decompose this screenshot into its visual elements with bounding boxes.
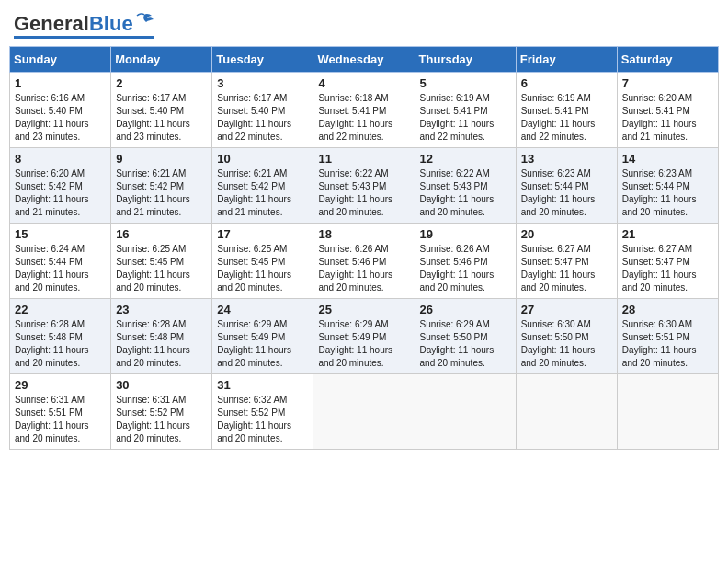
logo-bird-icon bbox=[135, 13, 154, 29]
calendar-week-5: 29 Sunrise: 6:31 AMSunset: 5:51 PMDaylig… bbox=[10, 374, 719, 450]
calendar-table: SundayMondayTuesdayWednesdayThursdayFrid… bbox=[9, 46, 719, 450]
logo: GeneralBlue bbox=[14, 14, 154, 39]
day-number: 5 bbox=[420, 76, 511, 90]
day-info: Sunrise: 6:29 AMSunset: 5:49 PMDaylight:… bbox=[217, 319, 291, 368]
calendar-cell: 26 Sunrise: 6:29 AMSunset: 5:50 PMDaylig… bbox=[415, 299, 516, 374]
calendar-cell: 7 Sunrise: 6:20 AMSunset: 5:41 PMDayligh… bbox=[617, 73, 718, 148]
day-info: Sunrise: 6:17 AMSunset: 5:40 PMDaylight:… bbox=[116, 93, 190, 142]
calendar-cell: 3 Sunrise: 6:17 AMSunset: 5:40 PMDayligh… bbox=[212, 73, 313, 148]
calendar-cell: 11 Sunrise: 6:22 AMSunset: 5:43 PMDaylig… bbox=[313, 148, 415, 224]
day-info: Sunrise: 6:27 AMSunset: 5:47 PMDaylight:… bbox=[521, 244, 596, 293]
day-info: Sunrise: 6:23 AMSunset: 5:44 PMDaylight:… bbox=[521, 168, 596, 217]
day-number: 1 bbox=[15, 76, 106, 90]
calendar-cell: 4 Sunrise: 6:18 AMSunset: 5:41 PMDayligh… bbox=[313, 73, 415, 148]
day-info: Sunrise: 6:28 AMSunset: 5:48 PMDaylight:… bbox=[15, 319, 89, 368]
day-number: 7 bbox=[622, 76, 713, 90]
day-info: Sunrise: 6:20 AMSunset: 5:42 PMDaylight:… bbox=[15, 168, 89, 217]
day-info: Sunrise: 6:31 AMSunset: 5:52 PMDaylight:… bbox=[116, 395, 190, 443]
calendar-cell: 18 Sunrise: 6:26 AMSunset: 5:46 PMDaylig… bbox=[313, 224, 415, 299]
logo-text: GeneralBlue bbox=[14, 14, 133, 34]
calendar-cell: 25 Sunrise: 6:29 AMSunset: 5:49 PMDaylig… bbox=[313, 299, 415, 374]
calendar-cell bbox=[313, 374, 415, 450]
day-info: Sunrise: 6:21 AMSunset: 5:42 PMDaylight:… bbox=[116, 168, 190, 217]
day-info: Sunrise: 6:21 AMSunset: 5:42 PMDaylight:… bbox=[217, 168, 291, 217]
day-number: 25 bbox=[318, 303, 409, 316]
logo-general: General bbox=[14, 12, 89, 35]
day-info: Sunrise: 6:26 AMSunset: 5:46 PMDaylight:… bbox=[318, 244, 392, 293]
day-number: 2 bbox=[116, 76, 207, 90]
day-info: Sunrise: 6:19 AMSunset: 5:41 PMDaylight:… bbox=[420, 93, 495, 142]
day-info: Sunrise: 6:32 AMSunset: 5:52 PMDaylight:… bbox=[217, 395, 291, 443]
calendar-cell: 22 Sunrise: 6:28 AMSunset: 5:48 PMDaylig… bbox=[10, 299, 111, 374]
day-number: 12 bbox=[420, 152, 511, 166]
calendar-cell: 27 Sunrise: 6:30 AMSunset: 5:50 PMDaylig… bbox=[516, 299, 617, 374]
calendar-cell bbox=[516, 374, 617, 450]
calendar-cell: 6 Sunrise: 6:19 AMSunset: 5:41 PMDayligh… bbox=[516, 73, 617, 148]
day-number: 6 bbox=[521, 76, 612, 90]
day-info: Sunrise: 6:29 AMSunset: 5:49 PMDaylight:… bbox=[318, 319, 392, 368]
calendar-week-4: 22 Sunrise: 6:28 AMSunset: 5:48 PMDaylig… bbox=[10, 299, 719, 374]
day-number: 17 bbox=[217, 227, 308, 241]
day-number: 18 bbox=[318, 227, 409, 241]
calendar-week-1: 1 Sunrise: 6:16 AMSunset: 5:40 PMDayligh… bbox=[10, 73, 719, 148]
calendar-cell: 13 Sunrise: 6:23 AMSunset: 5:44 PMDaylig… bbox=[516, 148, 617, 224]
day-info: Sunrise: 6:19 AMSunset: 5:41 PMDaylight:… bbox=[521, 93, 596, 142]
day-number: 8 bbox=[15, 152, 106, 166]
day-number: 26 bbox=[420, 303, 511, 316]
calendar-cell: 10 Sunrise: 6:21 AMSunset: 5:42 PMDaylig… bbox=[212, 148, 313, 224]
day-info: Sunrise: 6:25 AMSunset: 5:45 PMDaylight:… bbox=[217, 244, 291, 293]
calendar-cell: 28 Sunrise: 6:30 AMSunset: 5:51 PMDaylig… bbox=[617, 299, 718, 374]
calendar-header: SundayMondayTuesdayWednesdayThursdayFrid… bbox=[10, 47, 719, 73]
calendar-cell bbox=[415, 374, 516, 450]
day-number: 13 bbox=[521, 152, 612, 166]
calendar-cell: 16 Sunrise: 6:25 AMSunset: 5:45 PMDaylig… bbox=[111, 224, 212, 299]
calendar-cell: 30 Sunrise: 6:31 AMSunset: 5:52 PMDaylig… bbox=[111, 374, 212, 450]
day-number: 27 bbox=[521, 303, 612, 316]
day-info: Sunrise: 6:24 AMSunset: 5:44 PMDaylight:… bbox=[15, 244, 89, 293]
day-number: 29 bbox=[15, 378, 106, 392]
weekday-header-thursday: Thursday bbox=[415, 47, 516, 73]
calendar-cell: 19 Sunrise: 6:26 AMSunset: 5:46 PMDaylig… bbox=[415, 224, 516, 299]
day-info: Sunrise: 6:26 AMSunset: 5:46 PMDaylight:… bbox=[420, 244, 495, 293]
calendar-cell: 31 Sunrise: 6:32 AMSunset: 5:52 PMDaylig… bbox=[212, 374, 313, 450]
day-info: Sunrise: 6:23 AMSunset: 5:44 PMDaylight:… bbox=[622, 168, 697, 217]
calendar-body: 1 Sunrise: 6:16 AMSunset: 5:40 PMDayligh… bbox=[10, 73, 719, 450]
calendar-cell: 8 Sunrise: 6:20 AMSunset: 5:42 PMDayligh… bbox=[10, 148, 111, 224]
day-number: 20 bbox=[521, 227, 612, 241]
weekday-header-friday: Friday bbox=[516, 47, 617, 73]
day-info: Sunrise: 6:17 AMSunset: 5:40 PMDaylight:… bbox=[217, 93, 291, 142]
weekday-header-sunday: Sunday bbox=[10, 47, 111, 73]
weekday-header-row: SundayMondayTuesdayWednesdayThursdayFrid… bbox=[10, 47, 719, 73]
weekday-header-monday: Monday bbox=[111, 47, 212, 73]
calendar-cell: 9 Sunrise: 6:21 AMSunset: 5:42 PMDayligh… bbox=[111, 148, 212, 224]
header: GeneralBlue bbox=[9, 9, 719, 39]
day-info: Sunrise: 6:29 AMSunset: 5:50 PMDaylight:… bbox=[420, 319, 495, 368]
calendar-week-2: 8 Sunrise: 6:20 AMSunset: 5:42 PMDayligh… bbox=[10, 148, 719, 224]
day-info: Sunrise: 6:25 AMSunset: 5:45 PMDaylight:… bbox=[116, 244, 190, 293]
calendar-cell: 23 Sunrise: 6:28 AMSunset: 5:48 PMDaylig… bbox=[111, 299, 212, 374]
day-info: Sunrise: 6:22 AMSunset: 5:43 PMDaylight:… bbox=[420, 168, 495, 217]
day-info: Sunrise: 6:22 AMSunset: 5:43 PMDaylight:… bbox=[318, 168, 392, 217]
calendar-cell: 14 Sunrise: 6:23 AMSunset: 5:44 PMDaylig… bbox=[617, 148, 718, 224]
day-info: Sunrise: 6:28 AMSunset: 5:48 PMDaylight:… bbox=[116, 319, 190, 368]
day-number: 23 bbox=[116, 303, 207, 316]
calendar-week-3: 15 Sunrise: 6:24 AMSunset: 5:44 PMDaylig… bbox=[10, 224, 719, 299]
day-number: 28 bbox=[622, 303, 713, 316]
logo-blue: Blue bbox=[89, 12, 133, 35]
calendar-cell: 12 Sunrise: 6:22 AMSunset: 5:43 PMDaylig… bbox=[415, 148, 516, 224]
day-number: 4 bbox=[318, 76, 409, 90]
day-info: Sunrise: 6:16 AMSunset: 5:40 PMDaylight:… bbox=[15, 93, 89, 142]
day-info: Sunrise: 6:18 AMSunset: 5:41 PMDaylight:… bbox=[318, 93, 392, 142]
calendar-cell: 5 Sunrise: 6:19 AMSunset: 5:41 PMDayligh… bbox=[415, 73, 516, 148]
day-number: 21 bbox=[622, 227, 713, 241]
day-number: 11 bbox=[318, 152, 409, 166]
calendar-cell: 1 Sunrise: 6:16 AMSunset: 5:40 PMDayligh… bbox=[10, 73, 111, 148]
calendar-cell: 2 Sunrise: 6:17 AMSunset: 5:40 PMDayligh… bbox=[111, 73, 212, 148]
day-number: 24 bbox=[217, 303, 308, 316]
day-number: 30 bbox=[116, 378, 207, 392]
calendar-cell: 20 Sunrise: 6:27 AMSunset: 5:47 PMDaylig… bbox=[516, 224, 617, 299]
day-info: Sunrise: 6:31 AMSunset: 5:51 PMDaylight:… bbox=[15, 395, 89, 443]
day-info: Sunrise: 6:20 AMSunset: 5:41 PMDaylight:… bbox=[622, 93, 697, 142]
calendar-cell: 29 Sunrise: 6:31 AMSunset: 5:51 PMDaylig… bbox=[10, 374, 111, 450]
day-number: 3 bbox=[217, 76, 308, 90]
